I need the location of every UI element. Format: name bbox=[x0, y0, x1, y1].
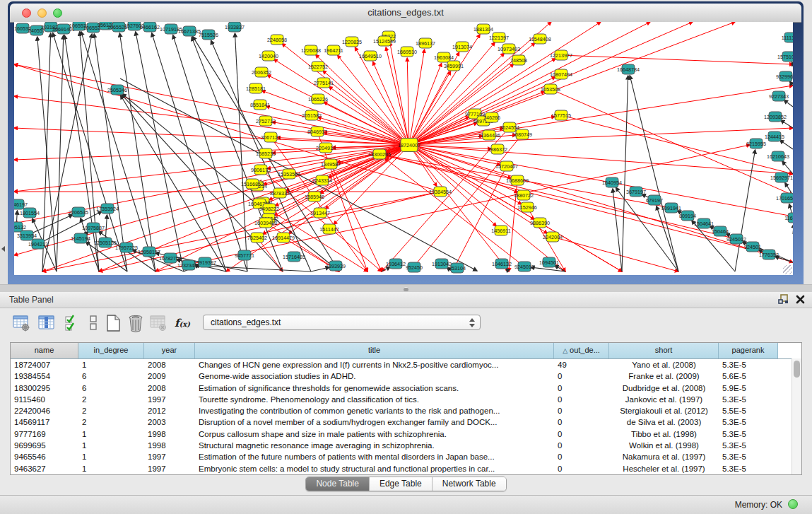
graph-edge[interactable] bbox=[553, 237, 678, 271]
table-row[interactable]: 1938455462009Genome-wide association stu… bbox=[11, 370, 801, 382]
table-cell[interactable]: 5.3E-5 bbox=[719, 451, 778, 462]
table-cell[interactable]: 0 bbox=[554, 416, 609, 428]
graph-edge[interactable] bbox=[94, 34, 127, 271]
table-row[interactable]: 969969511998Structural magnetic resonanc… bbox=[11, 440, 801, 451]
row-selection-icon[interactable] bbox=[62, 313, 82, 333]
graph-edge[interactable] bbox=[657, 206, 678, 271]
table-cell[interactable]: 1998 bbox=[144, 428, 195, 440]
table-cell[interactable]: 0 bbox=[554, 370, 609, 382]
column-header-name[interactable]: name bbox=[11, 343, 78, 358]
table-cell[interactable]: 5.9E-5 bbox=[719, 382, 778, 394]
graph-edge[interactable] bbox=[409, 145, 793, 216]
import-table-icon[interactable] bbox=[148, 313, 168, 333]
table-cell[interactable]: 9777169 bbox=[11, 428, 78, 440]
table-cell[interactable]: Tourette syndrome. Phenomenology and cla… bbox=[195, 394, 554, 405]
resize-grip[interactable] bbox=[783, 265, 792, 274]
graph-edge[interactable] bbox=[782, 161, 793, 174]
table-cell[interactable]: 5.3E-5 bbox=[719, 463, 778, 474]
column-header-short[interactable]: short bbox=[609, 343, 719, 358]
table-row[interactable]: 1456911722003Disruption of a novel membe… bbox=[11, 416, 801, 428]
graph-edge[interactable] bbox=[57, 35, 64, 271]
table-cell[interactable]: 2 bbox=[78, 394, 144, 405]
table-cell[interactable]: Wolkin et al. (1998) bbox=[609, 440, 719, 451]
close-icon[interactable] bbox=[796, 295, 805, 304]
table-cell[interactable]: 6 bbox=[78, 382, 144, 394]
table-cell[interactable]: 22420046 bbox=[11, 405, 78, 416]
table-cell[interactable]: Jankovic et al. (1997) bbox=[609, 394, 719, 405]
vertical-scrollbar[interactable] bbox=[792, 358, 801, 474]
table-cell[interactable]: Changes of HCN gene expression and I(f) … bbox=[195, 359, 554, 370]
network-graph-canvas[interactable]: 1605322405572031826306914061065532106552… bbox=[14, 22, 793, 275]
table-selector-dropdown[interactable]: citations_edges.txt bbox=[203, 315, 481, 330]
table-row[interactable]: 911546021997Tourette syndrome. Phenomeno… bbox=[11, 394, 801, 405]
table-cell[interactable]: 5.3E-5 bbox=[719, 394, 778, 405]
table-cell[interactable]: 1998 bbox=[144, 440, 195, 451]
graph-edge[interactable] bbox=[409, 145, 509, 271]
table-cell[interactable]: 0 bbox=[554, 451, 609, 462]
graph-edge[interactable] bbox=[735, 150, 755, 271]
collapse-panel-arrow-icon[interactable] bbox=[1, 246, 5, 252]
table-cell[interactable]: 2 bbox=[78, 405, 144, 416]
table-cell[interactable]: Estimation of significance thresholds fo… bbox=[195, 382, 554, 394]
network-window-titlebar[interactable]: citations_edges.txt bbox=[10, 4, 801, 23]
graph-edge[interactable] bbox=[784, 100, 793, 107]
table-cell[interactable]: 5.3E-5 bbox=[719, 359, 778, 370]
graph-edge[interactable] bbox=[386, 156, 736, 239]
table-cell[interactable]: 2003 bbox=[144, 416, 195, 428]
table-cell[interactable]: 18724007 bbox=[11, 359, 78, 370]
table-cell[interactable]: 1 bbox=[78, 440, 144, 451]
graph-edge[interactable] bbox=[789, 81, 793, 86]
table-row[interactable]: 1830029562008Estimation of significance … bbox=[11, 382, 801, 394]
table-cell[interactable]: Hescheler et al. (1997) bbox=[609, 463, 719, 474]
merge-tables-icon[interactable] bbox=[83, 313, 103, 333]
divider-handle-icon[interactable] bbox=[404, 287, 408, 291]
tab-network-table[interactable]: Network Table bbox=[433, 477, 506, 491]
table-cell[interactable]: 6 bbox=[78, 370, 144, 382]
table-cell[interactable]: Investigating the contribution of common… bbox=[195, 405, 554, 416]
graph-edge[interactable] bbox=[561, 55, 793, 64]
graph-edge[interactable] bbox=[630, 76, 678, 271]
graph-edge[interactable] bbox=[282, 44, 409, 145]
graph-edge[interactable] bbox=[622, 76, 628, 271]
table-cell[interactable]: 14569117 bbox=[11, 416, 78, 428]
table-cell[interactable]: Stergiakouli et al. (2012) bbox=[609, 405, 719, 416]
table-cell[interactable]: 1997 bbox=[144, 463, 195, 474]
graph-edge[interactable] bbox=[531, 267, 565, 271]
table-cell[interactable]: 19384554 bbox=[11, 370, 78, 382]
column-visibility-icon[interactable] bbox=[37, 313, 57, 333]
table-cell[interactable]: 2008 bbox=[144, 382, 195, 394]
tab-edge-table[interactable]: Edge Table bbox=[370, 477, 433, 491]
table-cell[interactable]: 1 bbox=[78, 359, 144, 370]
table-cell[interactable]: 9699695 bbox=[11, 440, 78, 451]
memory-status-indicator[interactable] bbox=[788, 499, 798, 509]
table-cell[interactable]: 5.3E-5 bbox=[719, 440, 778, 451]
graph-edge[interactable] bbox=[14, 96, 409, 145]
table-cell[interactable]: Tibbo et al. (1998) bbox=[609, 428, 719, 440]
graph-edge[interactable] bbox=[119, 33, 155, 271]
table-cell[interactable]: 1 bbox=[78, 451, 144, 462]
column-header-in_degree[interactable]: in_degree bbox=[78, 343, 144, 358]
table-options-icon[interactable] bbox=[11, 313, 31, 333]
table-cell[interactable]: 0 bbox=[554, 394, 609, 405]
citation-network-graph[interactable]: 1605322405572031826306914061065532106552… bbox=[14, 22, 793, 275]
graph-edge[interactable] bbox=[122, 94, 339, 271]
table-cell[interactable]: 1997 bbox=[144, 394, 195, 405]
graph-edge[interactable] bbox=[779, 140, 793, 149]
tab-node-table[interactable]: Node Table bbox=[306, 477, 370, 491]
table-cell[interactable]: Embryonic stem cells: a model to study s… bbox=[195, 463, 554, 474]
column-header-pagerank[interactable]: pagerank bbox=[719, 343, 778, 358]
table-cell[interactable]: 0 bbox=[554, 405, 609, 416]
table-cell[interactable]: Estimation of the future numbers of pati… bbox=[195, 451, 554, 462]
table-row[interactable]: 946362711997Embryonic stem cells: a mode… bbox=[11, 463, 801, 474]
table-cell[interactable]: 2009 bbox=[144, 370, 195, 382]
table-cell[interactable]: 1997 bbox=[144, 451, 195, 462]
graph-edge[interactable] bbox=[81, 32, 155, 271]
column-header-year[interactable]: year bbox=[144, 343, 195, 358]
table-cell[interactable]: 5.3E-5 bbox=[719, 416, 778, 428]
table-cell[interactable]: 9465546 bbox=[11, 451, 78, 462]
graph-edge[interactable] bbox=[14, 64, 409, 145]
table-row[interactable]: 2242004622012Investigating the contribut… bbox=[11, 405, 801, 416]
graph-edge[interactable] bbox=[266, 106, 409, 145]
table-cell[interactable]: de Silva et al. (2003) bbox=[609, 416, 719, 428]
graph-edge[interactable] bbox=[781, 120, 793, 128]
